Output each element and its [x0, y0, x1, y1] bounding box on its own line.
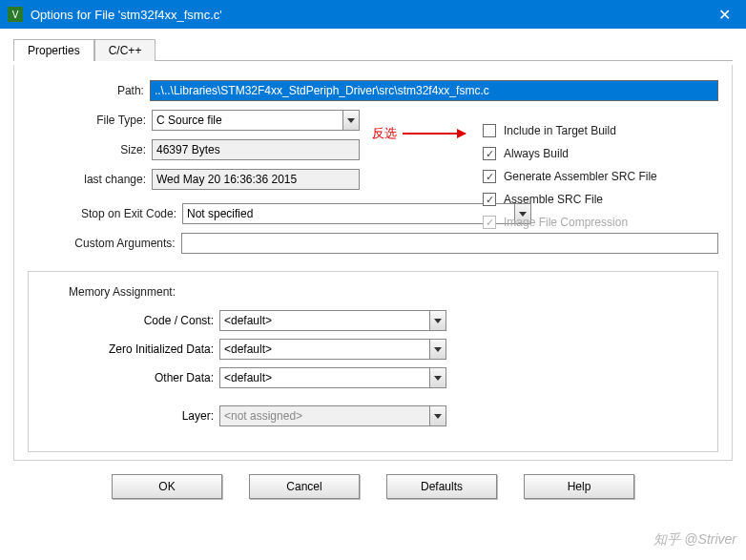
watermark: 知乎 @Striver — [653, 531, 736, 549]
memory-section: Memory Assignment: Code / Const: Zero In… — [28, 271, 718, 452]
assemble-src-checkbox[interactable] — [483, 193, 496, 206]
customargs-label: Custom Arguments: — [28, 237, 181, 250]
code-const-dropdown-button[interactable] — [429, 310, 446, 331]
layer-input — [219, 405, 429, 426]
layer-dropdown-button[interactable] — [429, 405, 446, 426]
include-target-checkbox[interactable] — [483, 124, 496, 137]
title-bar: V Options for File 'stm32f4xx_fsmc.c' ✕ — [0, 0, 746, 29]
ok-button[interactable]: OK — [112, 474, 222, 499]
image-compress-label: Image File Compression — [504, 216, 628, 229]
filetype-label: File Type: — [28, 114, 152, 127]
always-build-label: Always Build — [504, 147, 569, 160]
code-const-input[interactable] — [219, 310, 429, 331]
other-data-label: Other Data: — [42, 371, 219, 384]
tab-ccpp[interactable]: C/C++ — [94, 39, 156, 61]
tab-strip: Properties C/C++ — [13, 38, 733, 61]
assemble-src-label: Assemble SRC File — [504, 193, 603, 206]
zero-init-input[interactable] — [219, 339, 429, 360]
close-button[interactable]: ✕ — [702, 0, 746, 29]
customargs-input[interactable] — [181, 233, 718, 254]
stopcode-combo[interactable] — [182, 203, 531, 224]
zero-init-dropdown-button[interactable] — [429, 339, 446, 360]
memory-title: Memory Assignment: — [42, 285, 704, 299]
include-target-label: Include in Target Build — [504, 124, 616, 137]
always-build-checkbox[interactable] — [483, 147, 496, 160]
code-const-combo[interactable] — [219, 310, 446, 331]
lastchange-field — [152, 169, 360, 190]
other-data-combo[interactable] — [219, 367, 446, 388]
lastchange-label: last change: — [28, 173, 152, 186]
zero-init-label: Zero Initialized Data: — [42, 342, 219, 356]
window-title: Options for File 'stm32f4xx_fsmc.c' — [31, 8, 702, 22]
button-row: OK Cancel Defaults Help — [13, 474, 733, 499]
help-button[interactable]: Help — [524, 474, 634, 499]
checkbox-column: Include in Target Build Always Build Gen… — [483, 124, 657, 229]
zero-init-combo[interactable] — [219, 339, 446, 360]
annotation-arrow-icon — [403, 133, 466, 135]
stopcode-input[interactable] — [182, 203, 514, 224]
cancel-button[interactable]: Cancel — [249, 474, 360, 499]
annotation-text: 反选 — [372, 125, 397, 142]
tab-properties[interactable]: Properties — [13, 39, 94, 61]
layer-label: Layer: — [42, 409, 219, 423]
dialog-body: Properties C/C++ Path: File Type: Size: … — [0, 29, 746, 508]
size-label: Size: — [28, 143, 152, 156]
path-label: Path: — [28, 84, 150, 97]
filetype-dropdown-button[interactable] — [342, 110, 360, 131]
gen-asm-checkbox[interactable] — [483, 170, 496, 183]
gen-asm-label: Generate Assembler SRC File — [504, 170, 657, 183]
image-compress-checkbox — [483, 216, 496, 229]
app-icon: V — [8, 7, 23, 22]
annotation: 反选 — [372, 125, 466, 142]
size-field — [152, 139, 360, 160]
other-data-input[interactable] — [219, 367, 429, 388]
filetype-combo[interactable] — [152, 110, 360, 131]
stopcode-label: Stop on Exit Code: — [28, 207, 182, 220]
filetype-input[interactable] — [152, 110, 342, 131]
other-data-dropdown-button[interactable] — [429, 367, 446, 388]
code-const-label: Code / Const: — [42, 314, 219, 327]
path-input[interactable] — [150, 80, 718, 101]
defaults-button[interactable]: Defaults — [386, 474, 497, 499]
layer-combo[interactable] — [219, 405, 446, 426]
